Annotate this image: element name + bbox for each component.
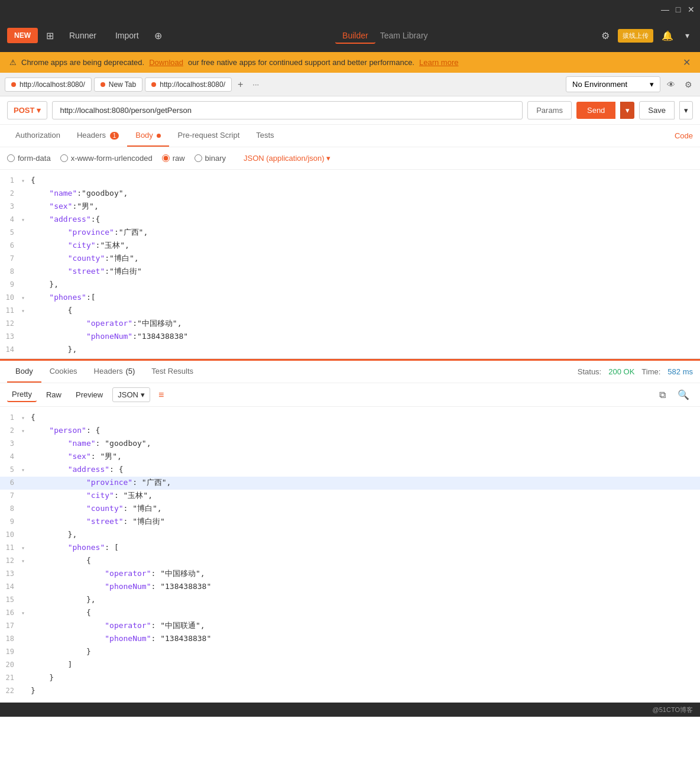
builder-tab[interactable]: Builder xyxy=(335,27,375,44)
save-button[interactable]: Save xyxy=(639,101,675,119)
json-chevron-icon: ▾ xyxy=(326,154,330,163)
line-toggle[interactable] xyxy=(21,226,31,240)
banner-close-button[interactable]: ✕ xyxy=(683,57,691,68)
line-toggle[interactable] xyxy=(21,253,31,266)
raw-option[interactable]: raw xyxy=(162,154,185,163)
binary-label: binary xyxy=(205,154,226,163)
json-type-selector[interactable]: JSON (application/json) ▾ xyxy=(240,152,334,164)
url-tab-0[interactable]: http://localhost:8080/ xyxy=(5,77,92,92)
line-toggle[interactable]: ▾ xyxy=(21,464,31,477)
add-url-tab-button[interactable]: + xyxy=(234,77,247,92)
env-gear-button[interactable]: ⚙ xyxy=(682,77,695,92)
request-body-editor[interactable]: 1▾{2 "name":"goodboy",3 "sex":"男",4▾ "ad… xyxy=(0,170,700,359)
add-tab-button[interactable]: ⊕ xyxy=(151,27,166,45)
env-eye-button[interactable]: 👁 xyxy=(664,77,678,92)
form-data-option[interactable]: form-data xyxy=(7,154,51,163)
url-tab-1[interactable]: New Tab xyxy=(94,77,142,92)
preview-button[interactable]: Preview xyxy=(71,388,108,402)
line-toggle[interactable] xyxy=(21,594,31,607)
line-toggle[interactable] xyxy=(21,659,31,672)
line-toggle[interactable] xyxy=(21,344,31,357)
tab-tests[interactable]: Tests xyxy=(248,125,282,147)
banner-learn-link[interactable]: Learn more xyxy=(419,58,458,67)
method-selector[interactable]: POST ▾ xyxy=(7,101,47,119)
line-toggle[interactable]: ▾ xyxy=(21,555,31,568)
line-toggle[interactable] xyxy=(21,266,31,279)
line-toggle[interactable] xyxy=(21,490,31,503)
layout-icon-button[interactable]: ⊞ xyxy=(43,27,57,45)
line-toggle[interactable] xyxy=(21,568,31,581)
raw-radio[interactable] xyxy=(162,154,170,162)
tab-code[interactable]: Code xyxy=(675,125,693,146)
line-toggle[interactable]: ▾ xyxy=(21,174,31,187)
line-toggle[interactable] xyxy=(21,187,31,200)
line-toggle[interactable] xyxy=(21,477,31,490)
banner-download-link[interactable]: Download xyxy=(149,58,183,67)
send-button[interactable]: Send xyxy=(576,102,615,119)
line-toggle[interactable]: ▾ xyxy=(21,305,31,318)
line-toggle[interactable] xyxy=(21,451,31,464)
url-input[interactable] xyxy=(52,101,523,119)
import-button[interactable]: Import xyxy=(108,27,146,44)
line-toggle[interactable] xyxy=(21,240,31,253)
sync-button[interactable]: 拔线上传 xyxy=(618,29,653,43)
tab-authorization[interactable]: Authorization xyxy=(7,125,69,147)
line-toggle[interactable] xyxy=(21,438,31,451)
binary-radio[interactable] xyxy=(195,154,202,162)
line-toggle[interactable] xyxy=(21,279,31,292)
response-json-selector[interactable]: JSON ▾ xyxy=(112,387,150,402)
settings-icon-button[interactable]: ⚙ xyxy=(598,27,613,45)
line-toggle[interactable]: ▾ xyxy=(21,412,31,425)
response-json-label: JSON xyxy=(118,390,138,399)
more-url-tabs-button[interactable]: ··· xyxy=(249,77,262,91)
urlencoded-radio[interactable] xyxy=(60,154,68,162)
line-toggle[interactable] xyxy=(21,357,31,359)
tab-headers[interactable]: Headers 1 xyxy=(69,125,127,147)
line-toggle[interactable] xyxy=(21,318,31,331)
copy-button[interactable]: ⧉ xyxy=(656,387,669,403)
line-toggle[interactable] xyxy=(21,516,31,529)
send-dropdown-button[interactable]: ▾ xyxy=(620,102,634,119)
form-data-radio[interactable] xyxy=(7,154,15,162)
urlencoded-option[interactable]: x-www-form-urlencoded xyxy=(60,154,153,163)
save-dropdown-button[interactable]: ▾ xyxy=(679,101,693,119)
env-dropdown[interactable]: No Environment ▾ xyxy=(566,76,660,92)
notifications-button[interactable]: 🔔 xyxy=(658,27,677,45)
url-tab-2[interactable]: http://localhost:8080/ xyxy=(145,77,232,92)
new-button[interactable]: NEW xyxy=(7,28,38,43)
tab-pre-request[interactable]: Pre-request Script xyxy=(169,125,248,147)
line-toggle[interactable]: ▾ xyxy=(21,213,31,226)
raw-button[interactable]: Raw xyxy=(41,388,66,402)
team-library-tab[interactable]: Team Library xyxy=(380,31,428,40)
resp-tab-cookies[interactable]: Cookies xyxy=(41,361,86,383)
maximize-button[interactable]: □ xyxy=(674,5,682,14)
resp-tab-test-results[interactable]: Test Results xyxy=(143,361,202,383)
line-toggle[interactable] xyxy=(21,200,31,213)
line-toggle[interactable] xyxy=(21,685,31,698)
binary-option[interactable]: binary xyxy=(195,154,226,163)
search-button[interactable]: 🔍 xyxy=(674,387,693,403)
line-toggle[interactable] xyxy=(21,331,31,344)
nav-dropdown-button[interactable]: ▾ xyxy=(682,27,693,44)
line-toggle[interactable]: ▾ xyxy=(21,425,31,438)
params-button[interactable]: Params xyxy=(527,101,572,119)
line-toggle[interactable] xyxy=(21,620,31,633)
line-toggle[interactable] xyxy=(21,646,31,659)
resp-tab-body[interactable]: Body xyxy=(7,361,41,383)
resp-tab-headers[interactable]: Headers (5) xyxy=(86,361,144,383)
line-toggle[interactable] xyxy=(21,529,31,542)
line-content: { xyxy=(31,555,700,568)
tab-body[interactable]: Body xyxy=(127,125,169,147)
line-toggle[interactable] xyxy=(21,503,31,516)
line-toggle[interactable] xyxy=(21,633,31,646)
minimize-button[interactable]: — xyxy=(661,5,669,14)
line-toggle[interactable]: ▾ xyxy=(21,542,31,555)
pretty-button[interactable]: Pretty xyxy=(7,387,37,402)
line-toggle[interactable]: ▾ xyxy=(21,607,31,620)
wrap-button[interactable]: ≡ xyxy=(155,387,167,403)
line-toggle[interactable]: ▾ xyxy=(21,292,31,305)
runner-button[interactable]: Runner xyxy=(62,27,103,44)
close-button[interactable]: ✕ xyxy=(687,5,695,14)
line-toggle[interactable] xyxy=(21,581,31,594)
line-toggle[interactable] xyxy=(21,672,31,685)
